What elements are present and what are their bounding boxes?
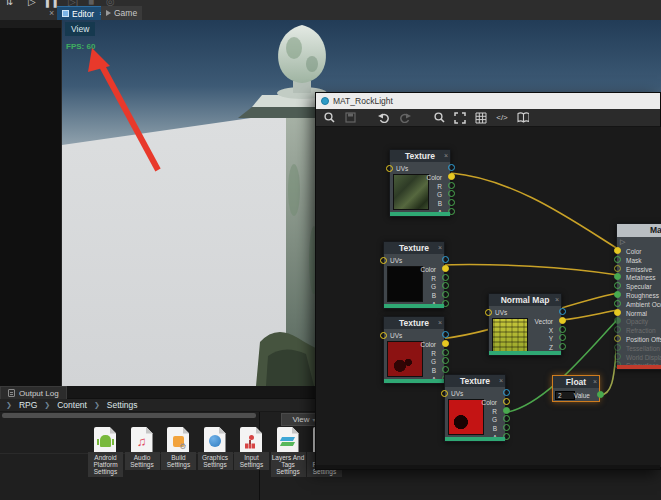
close-icon[interactable]: × <box>438 242 442 253</box>
input-pin-roughness[interactable] <box>614 291 621 298</box>
breadcrumb-item[interactable]: Settings <box>107 400 138 410</box>
output-pin-object[interactable] <box>448 164 455 171</box>
close-icon[interactable]: × <box>593 376 597 387</box>
node-title[interactable]: Normal Map <box>489 294 561 306</box>
asset-tile[interactable]: Build Settings <box>161 426 196 484</box>
node-material[interactable]: Material▷ColorMaskEmissiveMetalnessSpecu… <box>616 223 661 370</box>
zoom-icon[interactable] <box>433 112 445 124</box>
search-icon[interactable] <box>323 112 335 124</box>
node-title[interactable]: Texture <box>384 317 444 329</box>
node-title[interactable]: Texture <box>445 375 505 387</box>
input-label: Mask <box>626 257 642 264</box>
node-footer-bar <box>390 212 450 216</box>
tab-output-log[interactable]: Output Log <box>0 386 67 399</box>
output-label-G: G <box>437 191 442 198</box>
docs-icon[interactable] <box>517 112 529 124</box>
left-dock-header <box>0 20 61 28</box>
play-icon <box>106 10 111 16</box>
texture-thumbnail <box>393 174 429 210</box>
node-texture-2[interactable]: Texture×UVsColorRGBA <box>383 241 445 309</box>
node-texture-1[interactable]: Texture×UVsColorRGBA <box>389 149 451 217</box>
input-pin-world-displacement[interactable] <box>614 353 621 360</box>
output-pin-object[interactable] <box>442 331 449 338</box>
output-pin-R[interactable] <box>503 407 510 414</box>
output-pin-R[interactable] <box>442 349 449 356</box>
input-pin-opacity[interactable] <box>614 317 621 324</box>
input-pin-emissive[interactable] <box>614 265 621 272</box>
output-pin-Color[interactable] <box>448 173 455 180</box>
tab-output-log-label: Output Log <box>19 389 59 398</box>
redo-icon-disabled[interactable] <box>399 112 411 124</box>
material-editor-window[interactable]: MAT_RockLight </> Texture×UVsColorRGBATe… <box>315 92 661 470</box>
float-value-input[interactable]: 2 <box>555 391 575 400</box>
output-pin-Color[interactable] <box>442 340 449 347</box>
node-normal-map[interactable]: Normal Map×UVsVectorXYZ <box>488 293 562 356</box>
output-pin-X[interactable] <box>559 326 566 333</box>
breadcrumb-item[interactable]: Content <box>57 400 87 410</box>
output-pin-R[interactable] <box>442 274 449 281</box>
output-pin-R[interactable] <box>448 182 455 189</box>
node-footer-bar <box>617 365 661 369</box>
breadcrumb-item[interactable]: RPG <box>19 400 37 410</box>
node-footer-bar <box>384 379 444 383</box>
input-pin-uvs[interactable] <box>380 257 387 264</box>
input-pin-color[interactable] <box>614 247 621 254</box>
undo-icon[interactable] <box>378 112 390 124</box>
asset-tile[interactable]: Graphics Settings <box>198 426 233 484</box>
output-pin-Vector[interactable] <box>559 317 566 324</box>
output-pin-object[interactable] <box>559 308 566 315</box>
center-view-icon[interactable] <box>454 112 466 124</box>
input-pin-ambient-occlusion[interactable] <box>614 300 621 307</box>
left-dock-panel <box>0 20 62 386</box>
input-pin-uvs[interactable] <box>485 309 492 316</box>
asset-tile[interactable]: Layers And Tags Settings <box>271 426 306 484</box>
output-pin-value[interactable] <box>597 391 604 398</box>
output-pin-object[interactable] <box>442 256 449 263</box>
asset-tile-label: Input Settings <box>234 452 269 470</box>
material-window-titlebar[interactable]: MAT_RockLight <box>316 93 660 109</box>
node-title[interactable]: Texture <box>390 150 450 162</box>
input-pin-specular[interactable] <box>614 282 621 289</box>
close-icon[interactable]: × <box>555 294 559 305</box>
transform-icon[interactable]: ⇅ <box>5 0 13 8</box>
input-pin-tessellation-multiplier[interactable] <box>614 344 621 351</box>
node-float[interactable]: Float×2Value <box>552 375 600 402</box>
panel-close-icon[interactable]: × <box>49 7 54 19</box>
grid-icon[interactable] <box>475 112 487 124</box>
asset-tile[interactable]: Input Settings <box>234 426 269 484</box>
output-pin-object[interactable] <box>503 389 510 396</box>
code-icon[interactable]: </> <box>496 112 508 124</box>
output-label-Color: Color <box>481 399 497 406</box>
close-icon[interactable]: × <box>444 150 448 161</box>
input-pin-mask[interactable] <box>614 256 621 263</box>
material-window-toolbar: </> <box>316 109 660 127</box>
close-icon[interactable]: × <box>438 317 442 328</box>
node-title[interactable]: Texture <box>384 242 444 254</box>
material-graph-canvas[interactable]: Texture×UVsColorRGBATexture×UVsColorRGBA… <box>316 127 661 467</box>
output-label-Color: Color <box>420 266 436 273</box>
input-pin-normal[interactable] <box>614 309 621 316</box>
input-pin-metalness[interactable] <box>614 273 621 280</box>
output-label-R: R <box>431 350 436 357</box>
save-icon-disabled[interactable] <box>344 112 356 124</box>
input-pin-uvs[interactable] <box>441 390 448 397</box>
play-icon[interactable]: ▷ <box>28 0 36 8</box>
output-pin-Color[interactable] <box>442 265 449 272</box>
output-pin-Color[interactable] <box>503 398 510 405</box>
output-label-R: R <box>437 183 442 190</box>
close-icon[interactable]: × <box>499 375 503 386</box>
input-pin-uvs[interactable] <box>380 332 387 339</box>
asset-tile[interactable]: ♫Audio Settings <box>125 426 160 484</box>
tab-game[interactable]: Game <box>101 6 142 20</box>
input-pin-position-offset[interactable] <box>614 335 621 342</box>
asset-tile-label: Graphics Settings <box>198 452 233 470</box>
node-texture-4[interactable]: Texture×UVsColorRGBA <box>444 374 506 442</box>
input-pin-refraction[interactable] <box>614 326 621 333</box>
input-pin-uvs[interactable] <box>386 165 393 172</box>
node-title[interactable]: Material <box>617 224 661 237</box>
asset-tile[interactable]: Android Platform Settings <box>88 426 123 484</box>
input-label: Position Offset <box>626 336 661 343</box>
node-texture-3[interactable]: Texture×UVsColorRGBA <box>383 316 445 384</box>
tree-scrollbar[interactable] <box>2 413 256 418</box>
viewport-view-menu[interactable]: View <box>65 22 95 36</box>
